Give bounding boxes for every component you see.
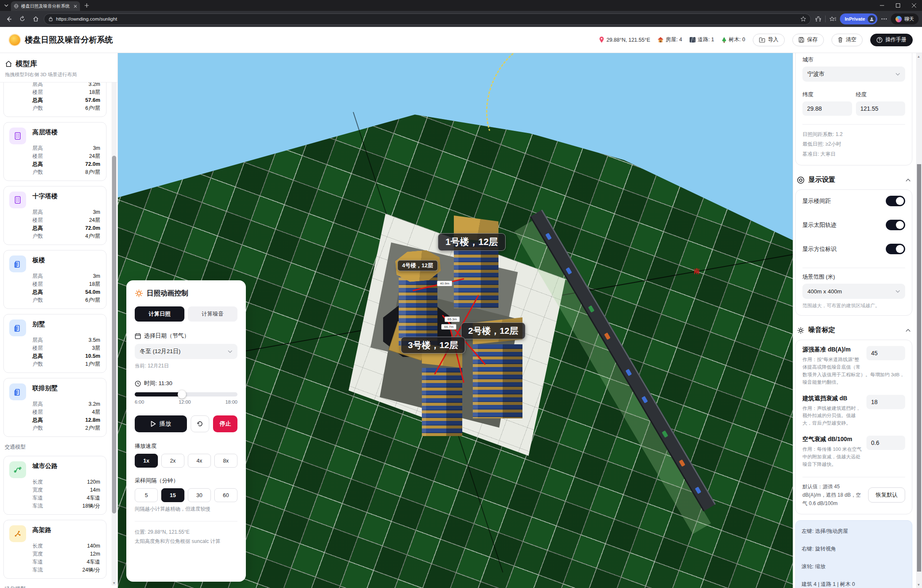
tab-calc-noise[interactable]: 计算噪音 <box>188 306 237 322</box>
reset-button[interactable] <box>191 415 209 432</box>
pin-icon <box>599 37 604 43</box>
sun-spacing-factor-text: 日照间距系数: 1.2 <box>802 130 905 139</box>
clear-button[interactable]: 清空 <box>831 34 863 46</box>
refresh-button[interactable] <box>17 13 28 24</box>
tab-search-icon[interactable] <box>2 1 11 10</box>
toggle-show-spacing[interactable] <box>886 196 905 206</box>
back-button[interactable] <box>3 13 14 24</box>
interval-30[interactable]: 30 <box>188 488 211 502</box>
building-attenuation-input[interactable] <box>866 395 905 409</box>
speed-1x[interactable]: 1x <box>135 454 158 468</box>
model-row: 楼层4层 <box>32 408 100 416</box>
extensions-icon[interactable] <box>815 16 821 22</box>
model-row: 户数6户/层 <box>32 296 100 304</box>
time-slider[interactable] <box>135 392 237 396</box>
stop-button[interactable]: 停止 <box>213 415 237 432</box>
browser-tab[interactable]: 楼盘日照及噪音分析系统 <box>11 1 80 11</box>
model-name: 十字塔楼 <box>32 192 100 200</box>
model-row: 长度120m <box>32 478 100 486</box>
copilot-icon <box>895 16 902 22</box>
scene-stats-text: 建筑 4 | 道路 1 | 树木 0 <box>802 581 906 588</box>
model-card-villa[interactable]: 别墅 层高3.5m 楼层3层 总高10.5m 户数1户/层 <box>3 314 107 373</box>
longitude-input[interactable] <box>856 101 906 116</box>
car <box>588 305 594 312</box>
menu-dots-icon[interactable] <box>881 18 887 20</box>
chevron-up-icon[interactable] <box>906 329 911 332</box>
model-card-townhouse[interactable]: 联排别墅 层高3.2m 楼层4层 总高12.8m 户数2户/层 <box>3 378 107 437</box>
model-row: 层高3.2m <box>32 400 100 408</box>
scroll-up-arrow[interactable]: ▲ <box>916 54 921 59</box>
chevron-up-icon[interactable] <box>906 178 911 182</box>
help-scroll: 滚轮: 缩放 <box>802 563 906 570</box>
model-row: 层高3m <box>32 144 100 152</box>
interval-60[interactable]: 60 <box>214 488 237 502</box>
noise-field-building-attenuation: 建筑遮挡衰减 dB 作用：声线被建筑遮挡时，额外扣减的分贝值。值越大，背后户型越… <box>802 395 905 427</box>
toggle-show-compass[interactable] <box>886 244 905 254</box>
collections-icon[interactable] <box>829 16 836 22</box>
building-3[interactable] <box>422 343 462 436</box>
toggle-show-sun-path[interactable] <box>886 220 905 230</box>
model-row: 总高12.8m <box>32 416 100 424</box>
model-name: 高架路 <box>32 525 100 534</box>
browser-tab-strip: 楼盘日照及噪音分析系统 <box>0 0 922 11</box>
restore-defaults-button[interactable]: 恢复默认 <box>868 487 905 503</box>
reset-icon <box>197 420 203 427</box>
speed-label: 播放速度 <box>135 442 237 450</box>
city-select[interactable]: 宁波市 <box>802 67 905 82</box>
longitude-label: 经度 <box>856 91 906 98</box>
inprivate-label: InPrivate <box>845 16 865 21</box>
address-bar[interactable]: https://ownding.com/sunlight <box>44 13 811 25</box>
scene-range-label: 场景范围 (米) <box>802 273 905 281</box>
source-level-input[interactable] <box>866 346 905 360</box>
window-maximize-button[interactable] <box>890 0 906 11</box>
model-row: 宽度12m <box>32 550 100 558</box>
latitude-input[interactable] <box>802 101 852 116</box>
scroll-down-arrow[interactable]: ▼ <box>916 582 921 587</box>
model-row: 长度140m <box>32 542 100 550</box>
import-button[interactable]: 导入 <box>753 34 785 46</box>
window-scrollbar[interactable]: ▲ ▼ <box>916 53 922 588</box>
tab-calc-sunlight[interactable]: 计算日照 <box>135 306 184 322</box>
model-row: 户数4户/层 <box>32 232 100 240</box>
slider-fill <box>135 392 182 396</box>
model-card-elevated-road[interactable]: 高架路 长度140m 宽度12m 车道4车道 车流24辆/分 <box>3 520 107 579</box>
air-attenuation-input[interactable] <box>866 436 905 450</box>
favorite-star-icon[interactable] <box>800 16 806 22</box>
scene-range-select[interactable]: 400m x 400m <box>802 284 905 299</box>
date-select[interactable]: 冬至 (12月21日) <box>135 344 237 359</box>
model-row: 车流24辆/分 <box>32 566 100 574</box>
copilot-chat-button[interactable]: 聊天 <box>891 13 919 24</box>
home-button[interactable] <box>30 13 41 24</box>
model-row: 楼层24层 <box>32 152 100 160</box>
model-card-slab-building[interactable]: 板楼 层高3m 楼层18层 总高54.0m 户数6户/层 <box>3 250 107 309</box>
window-close-button[interactable] <box>906 0 922 11</box>
noise-calibration-header[interactable]: 噪音标定 <box>797 326 911 335</box>
speed-2x[interactable]: 2x <box>161 454 184 468</box>
toggle-row-spacing: 显示楼间距 <box>802 196 905 206</box>
model-row: 层高3m <box>32 272 100 280</box>
slider-thumb[interactable] <box>178 390 186 399</box>
manual-button[interactable]: 操作手册 <box>870 34 913 46</box>
new-tab-button[interactable] <box>83 1 91 10</box>
model-card-cross-tower[interactable]: 十字塔楼 层高3m 楼层24层 总高72.0m 户数4户/层 <box>3 186 107 245</box>
calendar-icon <box>135 333 141 339</box>
display-settings-header[interactable]: 显示设置 <box>797 176 911 184</box>
3d-scene-viewport[interactable]: 南 40.9m 65.3m 66.7m 1号楼，12层 <box>118 53 793 588</box>
building-1[interactable] <box>454 216 498 308</box>
window-minimize-button[interactable] <box>874 0 890 11</box>
inprivate-badge[interactable]: InPrivate <box>840 13 877 24</box>
tab-close-icon[interactable] <box>74 5 77 8</box>
interval-5[interactable]: 5 <box>135 488 158 502</box>
speed-8x[interactable]: 8x <box>214 454 237 468</box>
sidebar-subtitle: 拖拽模型到右侧 3D 场景进行布局 <box>5 72 112 78</box>
scrollbar-thumb[interactable] <box>917 164 921 572</box>
building-label-1: 1号楼，12层 <box>438 233 506 251</box>
speed-4x[interactable]: 4x <box>188 454 211 468</box>
play-button[interactable]: 播放 <box>135 415 187 432</box>
model-card-city-road[interactable]: 城市公路 长度120m 宽度14m 车道4车道 车流18辆/分 <box>3 456 107 515</box>
road-icon <box>690 37 695 43</box>
model-card-highrise-tower[interactable]: 高层塔楼 层高3m 楼层24层 总高72.0m 户数8户/层 <box>3 122 107 181</box>
interval-15[interactable]: 15 <box>161 488 184 502</box>
save-button[interactable]: 保存 <box>792 34 824 46</box>
tick-label: 18:00 <box>225 399 237 404</box>
